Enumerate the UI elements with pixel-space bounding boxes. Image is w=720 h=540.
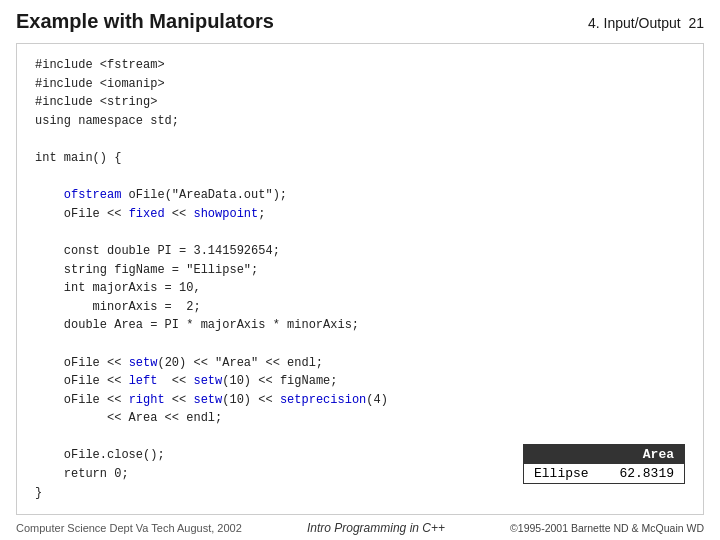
slide-content: #include <fstream> #include <iomanip> #i… bbox=[16, 43, 704, 515]
code-line-17: oFile << setw(20) << "Area" << endl; bbox=[35, 356, 323, 370]
page-number: 21 bbox=[688, 15, 704, 31]
code-line-24: } bbox=[35, 486, 42, 500]
code-line-12: string figName = "Ellipse"; bbox=[35, 263, 258, 277]
code-line-9: oFile << fixed << showpoint; bbox=[35, 207, 265, 221]
code-line-14: minorAxis = 2; bbox=[35, 300, 201, 314]
code-line-2: #include <iomanip> bbox=[35, 77, 165, 91]
output-value: 62.8319 bbox=[614, 466, 674, 481]
slide-page: Example with Manipulators 4. Input/Outpu… bbox=[0, 0, 720, 540]
output-table-header: Area bbox=[524, 445, 684, 464]
slide-title: Example with Manipulators bbox=[16, 10, 274, 33]
code-line-3: #include <string> bbox=[35, 95, 157, 109]
code-line-20: << Area << endl; bbox=[35, 411, 222, 425]
code-line-8: ofstream oFile("AreaData.out"); bbox=[35, 188, 287, 202]
slide-footer: Computer Science Dept Va Tech August, 20… bbox=[16, 521, 704, 535]
code-line-19: oFile << right << setw(10) << setprecisi… bbox=[35, 393, 388, 407]
section-label: 4. Input/Output bbox=[588, 15, 681, 31]
code-line-6: int main() { bbox=[35, 151, 121, 165]
code-line-23: return 0; bbox=[35, 467, 129, 481]
code-line-1: #include <fstream> bbox=[35, 58, 165, 72]
footer-center: Intro Programming in C++ bbox=[307, 521, 445, 535]
output-table-row: Ellipse 62.8319 bbox=[524, 464, 684, 483]
code-block: #include <fstream> #include <iomanip> #i… bbox=[35, 56, 685, 502]
footer-left: Computer Science Dept Va Tech August, 20… bbox=[16, 522, 242, 534]
code-line-11: const double PI = 3.141592654; bbox=[35, 244, 280, 258]
code-line-18: oFile << left << setw(10) << figName; bbox=[35, 374, 337, 388]
output-label: Ellipse bbox=[534, 466, 594, 481]
code-line-15: double Area = PI * majorAxis * minorAxis… bbox=[35, 318, 359, 332]
code-line-22: oFile.close(); bbox=[35, 448, 165, 462]
slide-section-page: 4. Input/Output 21 bbox=[588, 15, 704, 31]
slide-header: Example with Manipulators 4. Input/Outpu… bbox=[16, 10, 704, 33]
code-line-13: int majorAxis = 10, bbox=[35, 281, 201, 295]
footer-right: ©1995-2001 Barnette ND & McQuain WD bbox=[510, 522, 704, 534]
output-table: Area Ellipse 62.8319 bbox=[523, 444, 685, 484]
code-line-4: using namespace std; bbox=[35, 114, 179, 128]
